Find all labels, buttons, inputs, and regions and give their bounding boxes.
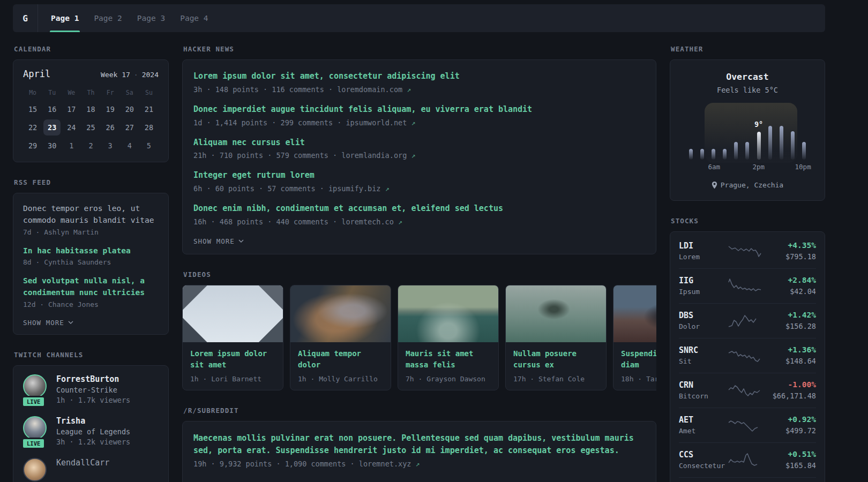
external-link-icon: ↗ [416, 460, 420, 468]
chevron-down-icon [238, 239, 244, 243]
reddit-post-link[interactable]: Maecenas mollis pulvinar erat non posuer… [193, 432, 645, 457]
video-title[interactable]: Suspendisse diam [621, 348, 656, 371]
stock-row[interactable]: AETAmet +0.92%$499.72 [679, 408, 816, 442]
twitch-section-title: TWITCH CHANNELS [14, 351, 169, 359]
video-card[interactable]: Lorem ipsum dolor sit amet consectetu… 1… [182, 285, 283, 390]
middle-column: HACKER NEWS Lorem ipsum dolor sit amet, … [182, 45, 656, 482]
stock-row[interactable]: LDILorem +4.35%$795.18 [679, 234, 816, 268]
video-title[interactable]: Nullam posuere cursus ex [513, 348, 598, 371]
stock-ticker: CRN [679, 380, 727, 390]
stock-name: Dolor [679, 322, 727, 330]
hn-story-link[interactable]: Aliquam nec cursus elit [193, 137, 645, 149]
stock-row[interactable]: CCSConsectetur +0.51%$165.84 [679, 442, 816, 477]
stock-row[interactable]: CRNBitcorn -1.00%$66,171.48 [679, 373, 816, 408]
weather-location-text: Prague, Czechia [721, 181, 783, 189]
calendar-day: 2 [82, 138, 99, 154]
weather-widget: WEATHER Overcast Feels like 5°C 9° 6am2p… [670, 45, 825, 201]
weather-section-title: WEATHER [671, 45, 825, 53]
stock-change: +2.84% [762, 276, 816, 284]
rss-item-link[interactable]: In hac habitasse platea [23, 245, 159, 257]
hn-story: Lorem ipsum dolor sit amet, consectetur … [193, 71, 645, 94]
tab-page-1[interactable]: Page 1 [43, 4, 86, 32]
video-meta: 1h · Lori Barnett [190, 375, 275, 383]
video-card-row: Lorem ipsum dolor sit amet consectetu… 1… [182, 285, 656, 390]
stock-change: +1.36% [762, 345, 816, 354]
stock-price: $156.28 [762, 322, 816, 330]
show-more-label: SHOW MORE [193, 237, 235, 245]
current-temp-label: 9° [754, 120, 763, 129]
calendar-day: 4 [121, 138, 138, 154]
stock-price: $795.18 [762, 252, 816, 261]
hn-domain-link[interactable]: ipsumworld.net [346, 118, 407, 127]
calendar-year: 2024 [142, 71, 159, 79]
tab-page-4[interactable]: Page 4 [173, 4, 215, 32]
subreddit-widget: /R/SUBREDDIT Maecenas mollis pulvinar er… [182, 406, 656, 482]
avatar [23, 374, 47, 398]
video-title[interactable]: Lorem ipsum dolor sit amet consectetu… [190, 348, 275, 371]
left-column: CALENDAR April Week 17 · 2024 Mo Tu We [13, 45, 169, 482]
video-meta: 1h · Molly Carrillo [298, 375, 383, 383]
avatar [23, 458, 47, 481]
stock-name: Sit [679, 357, 727, 365]
weekday-label: Tu [42, 86, 62, 101]
calendar-day: 21 [140, 101, 158, 117]
video-card[interactable]: Mauris sit amet massa felis 7h · Grayson… [398, 285, 499, 390]
stock-ticker: LDI [679, 241, 727, 251]
reddit-meta-text: 19h · 9,932 points · 1,090 comments · [193, 460, 359, 468]
tab-page-3[interactable]: Page 3 [130, 4, 173, 32]
calendar-weekday-header: Mo Tu We Th Fr Sa Su [23, 86, 159, 101]
channel-category: League of Legends [56, 427, 130, 436]
hn-domain-link[interactable]: loremtech.co [341, 217, 394, 226]
twitch-channel-row[interactable]: KendallCarr [23, 458, 159, 481]
rss-show-more-button[interactable]: SHOW MORE [23, 319, 73, 327]
weather-hourly-chart: 9° [686, 110, 809, 160]
hn-meta-text: 21h · 710 points · 579 comments · [193, 151, 341, 160]
hn-domain-link[interactable]: loremlandia.org [341, 151, 407, 160]
hn-story-link[interactable]: Donec imperdiet augue tincidunt felis al… [193, 104, 645, 116]
videos-widget: VIDEOS Lorem ipsum dolor sit amet consec… [182, 270, 656, 390]
video-card[interactable]: Nullam posuere cursus ex 17h · Stefan Co… [505, 285, 607, 390]
video-card[interactable]: Aliquam tempor dolor nec pharetra… 1h · … [290, 285, 391, 390]
rss-item-link[interactable]: Sed volutpat nulla nisl, a condimentum n… [23, 275, 159, 299]
video-title[interactable]: Aliquam tempor dolor nec pharetra… [298, 348, 383, 371]
tab-page-2[interactable]: Page 2 [86, 4, 129, 32]
dashboard-page: G Page 1 Page 2 Page 3 Page 4 CALENDAR A… [13, 4, 825, 482]
hn-story-link[interactable]: Donec enim nibh, condimentum et accumsan… [193, 203, 645, 215]
calendar-day: 24 [63, 119, 80, 135]
external-link-icon: ↗ [411, 152, 415, 160]
hn-meta-text: 1d · 1,414 points · 299 comments · [193, 118, 346, 127]
hn-story-link[interactable]: Integer eget rutrum lorem [193, 170, 645, 182]
video-card[interactable]: Suspendisse diam 18h · Tara [613, 285, 656, 390]
app-logo[interactable]: G [13, 4, 38, 32]
hn-domain-link[interactable]: loremdomain.com [337, 85, 402, 94]
twitch-channel-row[interactable]: LIVE ForrestBurton Counter-Strike 1h · 1… [23, 374, 159, 404]
external-link-icon: ↗ [407, 86, 411, 94]
calendar-day: 19 [102, 101, 119, 117]
channel-name: Trisha [56, 416, 130, 426]
channel-meta: 1h · 1.7k viewers [56, 396, 130, 404]
video-title[interactable]: Mauris sit amet massa felis [406, 348, 491, 371]
stock-price: $499.72 [762, 426, 816, 435]
twitch-channel-row[interactable]: LIVE Trisha League of Legends 3h · 1.2k … [23, 416, 159, 446]
stock-ticker: IIG [679, 276, 727, 285]
page-tabs: Page 1 Page 2 Page 3 Page 4 [38, 4, 216, 32]
stock-row[interactable]: DBSDolor +1.42%$156.28 [679, 303, 816, 338]
stock-change: -1.00% [762, 380, 816, 389]
hn-story-link[interactable]: Lorem ipsum dolor sit amet, consectetur … [193, 71, 645, 82]
stock-row[interactable]: AHS +0.46% [679, 477, 816, 482]
hacker-news-widget: HACKER NEWS Lorem ipsum dolor sit amet, … [182, 45, 656, 254]
hn-domain-link[interactable]: ipsumify.biz [328, 184, 381, 193]
twitch-widget: TWITCH CHANNELS LIVE ForrestBurton Count… [13, 351, 169, 482]
hn-meta-text: 6h · 60 points · 57 comments · [193, 184, 328, 193]
reddit-domain-link[interactable]: loremnet.xyz [359, 460, 411, 468]
hn-show-more-button[interactable]: SHOW MORE [193, 237, 244, 245]
stock-change: +0.51% [762, 450, 816, 458]
calendar-day: 17 [63, 101, 80, 117]
hn-meta-text: 3h · 148 points · 116 comments · [193, 85, 337, 94]
weather-bar: 9° [757, 132, 761, 160]
weather-bar [802, 142, 806, 160]
stock-row[interactable]: SNRCSit +1.36%$148.64 [679, 338, 816, 373]
hn-story: Donec enim nibh, condimentum et accumsan… [193, 203, 645, 226]
stock-row[interactable]: IIGIpsum +2.84%$42.04 [679, 268, 816, 303]
rss-item-link[interactable]: Donec tempor eros leo, ut commodo mauris… [23, 203, 159, 227]
